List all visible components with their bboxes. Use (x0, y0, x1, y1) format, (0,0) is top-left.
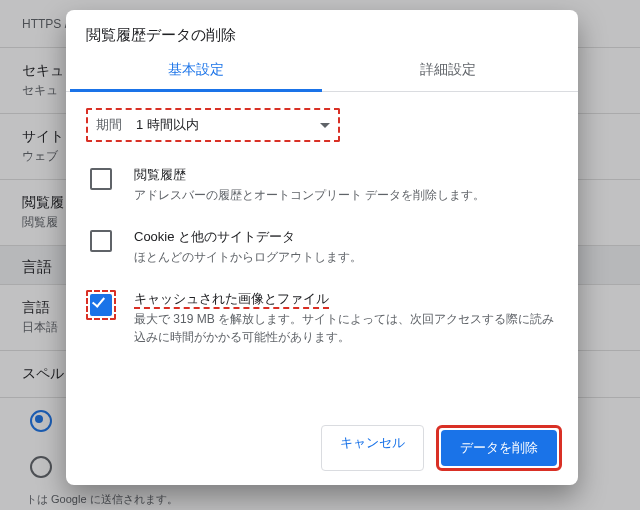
time-range-select[interactable]: 1 時間以内 (136, 116, 330, 134)
checkbox-browsing-history[interactable] (90, 168, 112, 190)
option-history-title: 閲覧履歴 (134, 166, 485, 184)
clear-data-button[interactable]: データを削除 (441, 430, 557, 466)
time-range-label: 期間 (96, 116, 122, 134)
chevron-down-icon (320, 123, 330, 128)
checkbox-cache[interactable] (90, 294, 112, 316)
option-cookies-title: Cookie と他のサイトデータ (134, 228, 362, 246)
dialog-tabs: 基本設定 詳細設定 (66, 49, 578, 92)
option-browsing-history: 閲覧履歴 アドレスバーの履歴とオートコンプリート データを削除します。 (86, 166, 558, 204)
dialog-actions: キャンセル データを削除 (66, 411, 578, 485)
option-cache: キャッシュされた画像とファイル 最大で 319 MB を解放します。サイトによっ… (86, 290, 558, 346)
tab-advanced[interactable]: 詳細設定 (322, 49, 574, 91)
time-range-value: 1 時間以内 (136, 116, 199, 134)
dialog-title: 閲覧履歴データの削除 (66, 10, 578, 49)
time-range-row: 期間 1 時間以内 (86, 108, 340, 142)
option-cache-desc: 最大で 319 MB を解放します。サイトによっては、次回アクセスする際に読み込… (134, 310, 558, 346)
option-cache-title: キャッシュされた画像とファイル (134, 291, 329, 309)
cancel-button[interactable]: キャンセル (321, 425, 424, 471)
option-history-desc: アドレスバーの履歴とオートコンプリート データを削除します。 (134, 186, 485, 204)
checkbox-cookies[interactable] (90, 230, 112, 252)
option-cookies-desc: ほとんどのサイトからログアウトします。 (134, 248, 362, 266)
clear-data-dialog: 閲覧履歴データの削除 基本設定 詳細設定 期間 1 時間以内 閲覧履歴 アドレス… (66, 10, 578, 485)
tab-basic[interactable]: 基本設定 (70, 49, 322, 92)
option-cookies: Cookie と他のサイトデータ ほとんどのサイトからログアウトします。 (86, 228, 558, 266)
